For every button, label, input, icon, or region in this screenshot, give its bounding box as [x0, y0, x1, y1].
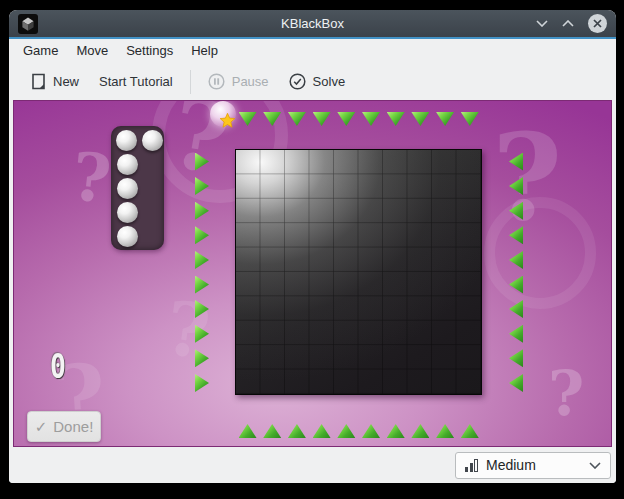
- chevron-down-icon: [589, 462, 601, 469]
- close-button[interactable]: [588, 14, 607, 33]
- difficulty-combobox[interactable]: Medium: [455, 452, 611, 479]
- laser-down-arrow[interactable]: [337, 112, 355, 126]
- app-icon: [18, 14, 38, 34]
- new-button[interactable]: New: [21, 68, 89, 96]
- window-title: KBlackBox: [9, 16, 616, 31]
- laser-left-arrow[interactable]: [509, 300, 523, 318]
- tray-ball[interactable]: [116, 130, 137, 151]
- laser-down-arrow[interactable]: [387, 112, 405, 126]
- ball-tray: [111, 126, 164, 250]
- laser-right-arrow[interactable]: [195, 300, 209, 318]
- minimize-button[interactable]: [536, 20, 548, 27]
- laser-up-arrow[interactable]: [461, 424, 479, 438]
- question-mark-decoration: ?: [69, 143, 114, 213]
- black-box[interactable]: [235, 149, 482, 395]
- laser-down-arrow[interactable]: [313, 112, 331, 126]
- laser-up-arrow[interactable]: [411, 424, 429, 438]
- score-display: 0: [50, 349, 66, 383]
- laser-down-arrow[interactable]: [411, 112, 429, 126]
- laser-left-arrow[interactable]: [509, 374, 523, 392]
- done-button-label: Done!: [53, 418, 93, 435]
- laser-up-arrow[interactable]: [313, 424, 331, 438]
- star-icon: [219, 112, 236, 129]
- laser-down-arrow[interactable]: [436, 112, 454, 126]
- laser-up-arrow[interactable]: [239, 424, 257, 438]
- laser-right-arrow[interactable]: [195, 226, 209, 244]
- laser-down-arrow[interactable]: [288, 112, 306, 126]
- laser-right-arrow[interactable]: [195, 349, 209, 367]
- laser-left-arrow[interactable]: [509, 226, 523, 244]
- pause-icon: [208, 73, 225, 90]
- laser-left-arrow[interactable]: [509, 276, 523, 294]
- laser-right-arrow[interactable]: [195, 177, 209, 195]
- new-button-label: New: [53, 74, 79, 89]
- solve-button[interactable]: Solve: [279, 68, 356, 96]
- laser-left-arrow[interactable]: [509, 251, 523, 269]
- laser-up-arrow[interactable]: [436, 424, 454, 438]
- blackbox-cube-icon: [20, 16, 36, 32]
- solve-button-label: Solve: [313, 74, 346, 89]
- kblackbox-window: KBlackBox Game Move Settings Help New: [9, 10, 616, 483]
- question-mark-decoration: ?: [548, 363, 584, 425]
- laser-up-arrow[interactable]: [337, 424, 355, 438]
- tool-bar: New Start Tutorial Pause Solve: [9, 63, 616, 100]
- pause-button-label: Pause: [232, 74, 269, 89]
- question-mark-decoration: ?: [492, 117, 562, 237]
- toolbar-separator: [190, 70, 191, 94]
- swirl-decoration: [484, 197, 596, 309]
- tray-ball[interactable]: [142, 130, 163, 151]
- laser-left-arrow[interactable]: [509, 349, 523, 367]
- menu-move[interactable]: Move: [67, 39, 117, 63]
- laser-left-arrow[interactable]: [509, 325, 523, 343]
- laser-left-arrow[interactable]: [509, 153, 523, 171]
- black-box-grid: [236, 150, 481, 394]
- start-tutorial-button[interactable]: Start Tutorial: [89, 68, 183, 96]
- status-bar: Medium: [9, 447, 616, 483]
- laser-up-arrow[interactable]: [387, 424, 405, 438]
- laser-up-arrow[interactable]: [263, 424, 281, 438]
- title-bar: KBlackBox: [9, 10, 616, 37]
- difficulty-bars-icon: [465, 459, 478, 472]
- laser-down-arrow[interactable]: [362, 112, 380, 126]
- menu-bar: Game Move Settings Help: [9, 39, 616, 63]
- laser-down-arrow[interactable]: [239, 112, 257, 126]
- new-document-icon: [31, 73, 46, 90]
- laser-down-arrow[interactable]: [461, 112, 479, 126]
- menu-help[interactable]: Help: [182, 39, 227, 63]
- tray-ball[interactable]: [117, 154, 138, 175]
- game-board: ? ? ? ? ? ? 0 ✓ Done!: [13, 100, 612, 447]
- laser-right-arrow[interactable]: [195, 251, 209, 269]
- tray-ball[interactable]: [117, 178, 138, 199]
- solve-check-icon: [289, 73, 306, 90]
- difficulty-value: Medium: [486, 457, 536, 473]
- laser-right-arrow[interactable]: [195, 153, 209, 171]
- tray-ball[interactable]: [117, 202, 138, 223]
- done-check-icon: ✓: [35, 418, 48, 436]
- laser-right-arrow[interactable]: [195, 202, 209, 220]
- laser-right-arrow[interactable]: [195, 374, 209, 392]
- menu-settings[interactable]: Settings: [117, 39, 182, 63]
- done-button[interactable]: ✓ Done!: [27, 411, 101, 442]
- laser-up-arrow[interactable]: [362, 424, 380, 438]
- laser-up-arrow[interactable]: [288, 424, 306, 438]
- laser-left-arrow[interactable]: [509, 177, 523, 195]
- pause-button[interactable]: Pause: [198, 68, 279, 96]
- laser-right-arrow[interactable]: [195, 325, 209, 343]
- start-tutorial-label: Start Tutorial: [99, 74, 173, 89]
- maximize-button[interactable]: [562, 20, 574, 27]
- laser-right-arrow[interactable]: [195, 276, 209, 294]
- laser-left-arrow[interactable]: [509, 202, 523, 220]
- laser-down-arrow[interactable]: [263, 112, 281, 126]
- menu-game[interactable]: Game: [14, 39, 67, 63]
- tray-ball[interactable]: [117, 226, 138, 247]
